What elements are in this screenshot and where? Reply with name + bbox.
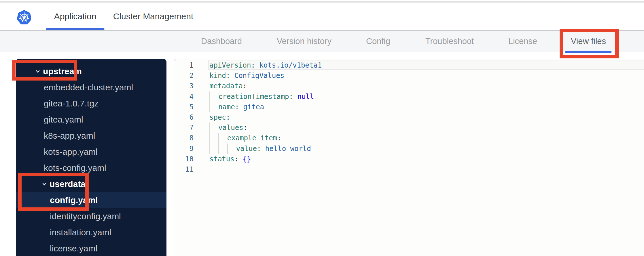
subnav-tab-view-files[interactable]: View files [571,31,606,52]
indent-guide [209,91,218,102]
code-line-10: 10status: {} [174,154,644,164]
subnav-tab-config[interactable]: Config [366,31,390,52]
tree-item-label: config.yaml [50,195,98,205]
tree-file-gitea-1-0-7-tgz[interactable]: gitea-1.0.7.tgz [16,95,166,112]
token-key: value [236,145,257,153]
subnav-tab-label: Dashboard [201,37,242,46]
kots-admin-console: ApplicationCluster Management DashboardV… [0,0,644,256]
tab-label: Cluster Management [113,12,193,21]
code-line-1: 1apiVersion: kots.io/v1beta1 [174,60,644,70]
token-str: hello world [265,145,311,153]
token-plain [238,155,243,163]
code-line-content: example_item: [209,133,281,143]
token-str: kots.io/v1beta1 [259,61,322,69]
tree-file-k8s-app-yaml[interactable]: k8s-app.yaml [16,128,166,144]
token-punc: : [289,93,293,101]
app-subnav: DashboardVersion historyConfigTroublesho… [0,31,644,52]
tree-file-identityconfig-yaml[interactable]: identityconfig.yaml [16,208,166,224]
code-line-content: values: [209,123,247,133]
token-key: name [218,103,235,111]
indent-guide [209,144,218,154]
subnav-tab-dashboard[interactable]: Dashboard [201,31,242,52]
token-key: status [209,155,234,163]
token-key: spec [209,113,226,121]
file-tree-sidebar: upstreamembedded-cluster.yamlgitea-1.0.7… [16,59,166,256]
code-line-8: 8example_item: [174,133,644,143]
tree-file-embedded-cluster-yaml[interactable]: embedded-cluster.yaml [16,79,166,95]
token-plain [255,61,259,69]
code-line-content: name: gitea [209,102,264,112]
code-line-6: 6spec: [174,112,644,123]
tree-item-label: k8s-app.yaml [44,131,95,141]
line-number: 2 [174,70,194,81]
token-key: example_item [227,134,277,142]
line-number: 10 [174,154,194,164]
subnav-tab-label: View files [571,37,606,46]
indent-guide [209,123,218,133]
token-key: apiVersion [209,61,251,69]
chevron-down-icon[interactable] [35,68,41,74]
line-number: 7 [174,123,194,133]
token-punc: : [243,82,247,90]
token-key: values [218,124,243,132]
line-number: 9 [174,144,194,154]
tab-cluster-management[interactable]: Cluster Management [113,3,193,30]
subnav-tab-label: Config [366,37,390,46]
token-punc: : [251,61,255,69]
tree-file-kots-app-yaml[interactable]: kots-app.yaml [16,144,166,160]
token-punc: : [277,134,281,142]
indent-guide [209,133,218,143]
token-str: ConfigValues [234,72,284,80]
tree-item-label: license.yaml [50,244,97,253]
tab-application[interactable]: Application [54,3,96,30]
kubernetes-logo-icon[interactable] [17,10,31,25]
tree-item-label: gitea.yaml [44,115,83,125]
code-line-2: 2kind: ConfigValues [174,70,644,81]
indent-guide [218,144,227,154]
indent-guide [218,133,227,143]
line-number: 3 [174,81,194,91]
code-line-content: spec: [209,112,230,123]
tree-file-installation-yaml[interactable]: installation.yaml [16,224,166,240]
tree-folder-upstream[interactable]: upstream [16,63,166,79]
subnav-tab-troubleshoot[interactable]: Troubleshoot [425,31,474,52]
chevron-down-icon[interactable] [41,181,47,187]
line-number: 1 [174,60,194,70]
token-punc: : [226,72,230,80]
code-line-11: 11 [174,164,644,175]
code-line-content: metadata: [209,81,247,91]
tree-file-config-yaml[interactable]: config.yaml [16,192,166,208]
indent-guide [227,144,236,154]
code-line-content: kind: ConfigValues [209,70,284,81]
code-line-4: 4creationTimestamp: null [174,91,644,102]
code-line-content: creationTimestamp: null [209,91,314,102]
token-plain [230,72,234,80]
tree-file-license-yaml[interactable]: license.yaml [16,240,166,256]
token-key: creationTimestamp [218,93,289,101]
token-key: kind [209,72,226,80]
line-number: 5 [174,102,194,112]
file-viewer-panel: 1apiVersion: kots.io/v1beta12kind: Confi… [174,59,644,256]
primary-header: ApplicationCluster Management [0,3,644,31]
line-number: 11 [174,164,194,175]
token-plain [293,93,297,101]
tree-folder-userdata[interactable]: userdata [16,176,166,192]
code-line-content: value: hello world [209,144,311,154]
tree-item-label: gitea-1.0.7.tgz [44,99,99,108]
code-line-7: 7values: [174,123,644,133]
code-line-5: 5name: gitea [174,102,644,112]
code-editor[interactable]: 1apiVersion: kots.io/v1beta12kind: Confi… [174,59,644,256]
code-line-content: status: {} [209,154,251,164]
tree-file-gitea-yaml[interactable]: gitea.yaml [16,112,166,128]
tree-item-label: upstream [43,66,82,76]
tab-label: Application [54,12,96,21]
tree-file-kots-config-yaml[interactable]: kots-config.yaml [16,160,166,176]
subnav-tab-label: Version history [277,37,332,46]
subnav-tab-license[interactable]: License [508,31,537,52]
subnav-tab-version-history[interactable]: Version history [277,31,332,52]
tree-item-label: kots-config.yaml [44,163,106,173]
token-punc: : [235,103,239,111]
line-number: 8 [174,133,194,143]
subnav-tab-label: Troubleshoot [425,37,474,46]
tree-item-label: embedded-cluster.yaml [44,83,133,92]
